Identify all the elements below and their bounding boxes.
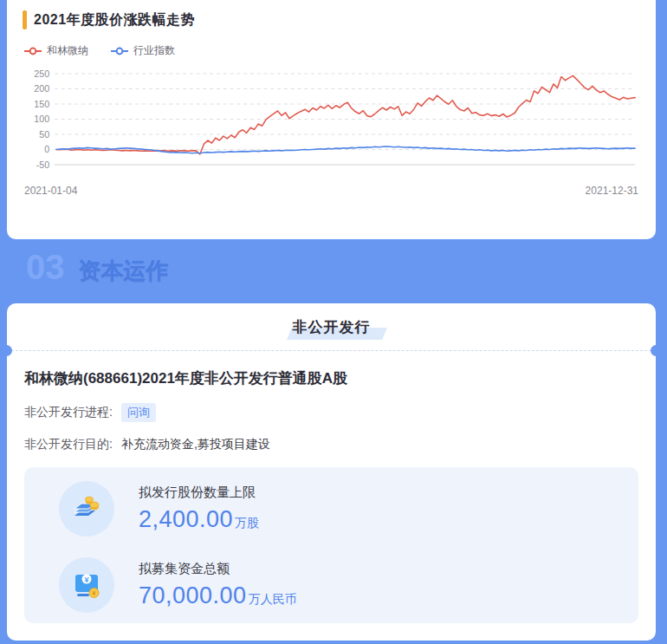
x-axis-range: 2021-01-04 2021-12-31 <box>23 185 640 197</box>
stat-value: 70,000.00 <box>139 582 247 609</box>
stat-share-limit: 拟发行股份数量上限 2,400.00 万股 <box>59 481 638 537</box>
svg-text:0: 0 <box>44 144 49 154</box>
section-heading-capital-operations: 03 资本运作 <box>26 250 169 284</box>
stat-value-row: 2,400.00 万股 <box>139 506 259 533</box>
progress-status-badge[interactable]: 问询 <box>121 403 156 422</box>
stat-unit: 万人民币 <box>249 592 297 608</box>
purpose-label: 非公开发行目的: <box>24 437 113 452</box>
stat-icon-circle <box>59 481 114 537</box>
offering-card-header: 非公开发行 <box>7 303 656 351</box>
section-number: 03 <box>26 250 65 284</box>
money-stack-icon <box>69 493 104 524</box>
stat-value-row: 70,000.00 万人民币 <box>139 582 297 609</box>
offering-header-pill: 非公开发行 <box>293 317 371 337</box>
purpose-value: 补充流动资金,募投项目建设 <box>121 437 270 452</box>
ticket-notch-right <box>651 345 662 356</box>
svg-text:250: 250 <box>34 68 49 79</box>
x-axis-end-label: 2021-12-31 <box>586 185 638 197</box>
yuan-wallet-icon: ¥ ¥ <box>69 569 104 602</box>
stat-label: 拟发行股份数量上限 <box>139 485 259 501</box>
chart-area: 250200150100500-50 <box>23 63 640 178</box>
svg-text:50: 50 <box>39 129 49 140</box>
svg-text:200: 200 <box>34 83 49 94</box>
svg-text:100: 100 <box>34 114 49 124</box>
stock-trend-card: 2021年度股价涨跌幅走势 和林微纳 行业指数 250200150100500-… <box>7 0 656 239</box>
chart-card-header: 2021年度股价涨跌幅走势 <box>23 10 640 29</box>
offering-progress-row: 非公开发行进程: 问询 <box>24 403 638 422</box>
stat-text: 拟发行股份数量上限 2,400.00 万股 <box>139 485 259 533</box>
legend-item-company[interactable]: 和林微纳 <box>24 43 88 58</box>
line-marker-icon <box>111 47 128 55</box>
offering-title: 和林微纳(688661)2021年度非公开发行普通股A股 <box>24 368 638 388</box>
legend-item-industry[interactable]: 行业指数 <box>111 43 175 58</box>
ticket-notch-left <box>1 345 12 356</box>
legend-label: 和林微纳 <box>47 43 88 58</box>
stat-text: 拟募集资金总额 70,000.00 万人民币 <box>139 561 297 609</box>
chart-title: 2021年度股价涨跌幅走势 <box>34 11 195 29</box>
stat-unit: 万股 <box>235 516 259 531</box>
svg-text:¥: ¥ <box>92 589 96 597</box>
stat-icon-circle: ¥ ¥ <box>59 557 114 613</box>
svg-text:150: 150 <box>34 99 49 109</box>
private-offering-card: 非公开发行 和林微纳(688661)2021年度非公开发行普通股A股 非公开发行… <box>7 303 656 641</box>
chart-legend: 和林微纳 行业指数 <box>24 43 640 58</box>
report-page: 2021年度股价涨跌幅走势 和林微纳 行业指数 250200150100500-… <box>0 0 667 644</box>
offering-header-title: 非公开发行 <box>293 319 371 335</box>
offering-card-body: 和林微纳(688661)2021年度非公开发行普通股A股 非公开发行进程: 问询… <box>7 351 656 623</box>
offering-purpose-row: 非公开发行目的: 补充流动资金,募投项目建设 <box>24 437 638 452</box>
legend-label: 行业指数 <box>133 43 175 58</box>
svg-text:-50: -50 <box>36 159 49 170</box>
title-accent-bar <box>23 10 27 29</box>
offering-stats-panel: 拟发行股份数量上限 2,400.00 万股 ¥ <box>24 467 638 623</box>
line-marker-icon <box>24 47 42 55</box>
stat-total-funds: ¥ ¥ 拟募集资金总额 70,000.00 万人民币 <box>59 557 638 613</box>
x-axis-start-label: 2021-01-04 <box>24 185 77 197</box>
svg-text:¥: ¥ <box>84 576 88 584</box>
stat-value: 2,400.00 <box>139 506 233 533</box>
section-title: 资本运作 <box>79 258 169 284</box>
stat-label: 拟募集资金总额 <box>139 561 297 577</box>
trend-chart[interactable]: 250200150100500-50 <box>23 63 640 174</box>
progress-label: 非公开发行进程: <box>24 405 113 420</box>
